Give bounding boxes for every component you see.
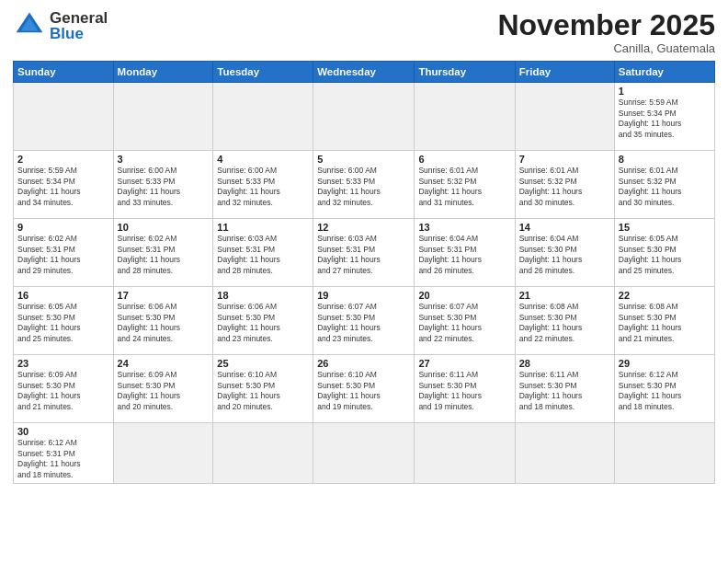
calendar-cell: 4Sunrise: 6:00 AM Sunset: 5:33 PM Daylig… bbox=[213, 151, 313, 219]
calendar-cell: 30Sunrise: 6:12 AM Sunset: 5:31 PM Dayli… bbox=[14, 423, 114, 484]
day-info: Sunrise: 6:03 AM Sunset: 5:31 PM Dayligh… bbox=[317, 234, 410, 276]
calendar-cell: 1Sunrise: 5:59 AM Sunset: 5:34 PM Daylig… bbox=[614, 83, 714, 151]
day-number: 7 bbox=[519, 154, 610, 165]
day-info: Sunrise: 6:05 AM Sunset: 5:30 PM Dayligh… bbox=[619, 234, 711, 276]
calendar-cell: 19Sunrise: 6:07 AM Sunset: 5:30 PM Dayli… bbox=[313, 287, 415, 355]
day-number: 4 bbox=[217, 154, 309, 165]
calendar-cell: 7Sunrise: 6:01 AM Sunset: 5:32 PM Daylig… bbox=[515, 151, 614, 219]
day-number: 16 bbox=[17, 290, 109, 301]
day-number: 28 bbox=[519, 358, 610, 369]
day-number: 25 bbox=[217, 358, 309, 369]
day-info: Sunrise: 6:09 AM Sunset: 5:30 PM Dayligh… bbox=[17, 370, 109, 412]
day-number: 14 bbox=[519, 222, 610, 233]
calendar-cell bbox=[415, 423, 515, 484]
calendar-cell bbox=[515, 423, 614, 484]
calendar-cell: 17Sunrise: 6:06 AM Sunset: 5:30 PM Dayli… bbox=[113, 287, 213, 355]
day-info: Sunrise: 6:08 AM Sunset: 5:30 PM Dayligh… bbox=[519, 302, 610, 344]
day-number: 8 bbox=[619, 154, 711, 165]
day-number: 9 bbox=[17, 222, 109, 233]
day-number: 13 bbox=[418, 222, 510, 233]
calendar-cell bbox=[213, 423, 313, 484]
day-number: 5 bbox=[317, 154, 410, 165]
day-info: Sunrise: 6:04 AM Sunset: 5:30 PM Dayligh… bbox=[519, 234, 610, 276]
calendar-cell bbox=[213, 83, 313, 151]
calendar-cell: 5Sunrise: 6:00 AM Sunset: 5:33 PM Daylig… bbox=[313, 151, 415, 219]
calendar-cell: 18Sunrise: 6:06 AM Sunset: 5:30 PM Dayli… bbox=[213, 287, 313, 355]
calendar-cell bbox=[313, 83, 415, 151]
calendar-cell: 13Sunrise: 6:04 AM Sunset: 5:31 PM Dayli… bbox=[415, 219, 515, 287]
calendar-cell: 20Sunrise: 6:07 AM Sunset: 5:30 PM Dayli… bbox=[415, 287, 515, 355]
calendar-cell: 28Sunrise: 6:11 AM Sunset: 5:30 PM Dayli… bbox=[515, 355, 614, 423]
weekday-header-monday: Monday bbox=[113, 62, 213, 83]
calendar-cell: 2Sunrise: 5:59 AM Sunset: 5:34 PM Daylig… bbox=[14, 151, 114, 219]
day-info: Sunrise: 6:02 AM Sunset: 5:31 PM Dayligh… bbox=[118, 234, 210, 276]
calendar-cell: 23Sunrise: 6:09 AM Sunset: 5:30 PM Dayli… bbox=[14, 355, 114, 423]
calendar-cell: 22Sunrise: 6:08 AM Sunset: 5:30 PM Dayli… bbox=[614, 287, 714, 355]
calendar-cell: 27Sunrise: 6:11 AM Sunset: 5:30 PM Dayli… bbox=[415, 355, 515, 423]
calendar-cell: 8Sunrise: 6:01 AM Sunset: 5:32 PM Daylig… bbox=[614, 151, 714, 219]
weekday-header-saturday: Saturday bbox=[614, 62, 714, 83]
day-number: 1 bbox=[619, 86, 711, 97]
calendar-cell: 12Sunrise: 6:03 AM Sunset: 5:31 PM Dayli… bbox=[313, 219, 415, 287]
calendar-cell: 9Sunrise: 6:02 AM Sunset: 5:31 PM Daylig… bbox=[14, 219, 114, 287]
logo-text: General Blue bbox=[50, 10, 108, 41]
header: General Blue November 2025 Canilla, Guat… bbox=[13, 9, 715, 55]
day-info: Sunrise: 6:11 AM Sunset: 5:30 PM Dayligh… bbox=[519, 370, 610, 412]
day-number: 12 bbox=[317, 222, 410, 233]
month-title: November 2025 bbox=[497, 9, 715, 41]
calendar-cell: 10Sunrise: 6:02 AM Sunset: 5:31 PM Dayli… bbox=[113, 219, 213, 287]
calendar-week-1: 1Sunrise: 5:59 AM Sunset: 5:34 PM Daylig… bbox=[14, 83, 715, 151]
page: General Blue November 2025 Canilla, Guat… bbox=[0, 0, 728, 563]
day-info: Sunrise: 6:02 AM Sunset: 5:31 PM Dayligh… bbox=[17, 234, 109, 276]
calendar-cell bbox=[113, 423, 213, 484]
calendar-table: SundayMondayTuesdayWednesdayThursdayFrid… bbox=[13, 61, 715, 484]
logo-icon bbox=[13, 9, 46, 42]
day-number: 30 bbox=[17, 426, 109, 437]
location: Canilla, Guatemala bbox=[497, 41, 715, 55]
day-info: Sunrise: 6:03 AM Sunset: 5:31 PM Dayligh… bbox=[217, 234, 309, 276]
calendar-week-2: 2Sunrise: 5:59 AM Sunset: 5:34 PM Daylig… bbox=[14, 151, 715, 219]
title-block: November 2025 Canilla, Guatemala bbox=[497, 9, 715, 55]
day-info: Sunrise: 6:08 AM Sunset: 5:30 PM Dayligh… bbox=[619, 302, 711, 344]
day-info: Sunrise: 6:06 AM Sunset: 5:30 PM Dayligh… bbox=[217, 302, 309, 344]
calendar-cell bbox=[415, 83, 515, 151]
calendar-cell: 26Sunrise: 6:10 AM Sunset: 5:30 PM Dayli… bbox=[313, 355, 415, 423]
day-info: Sunrise: 6:01 AM Sunset: 5:32 PM Dayligh… bbox=[619, 166, 711, 208]
day-info: Sunrise: 6:05 AM Sunset: 5:30 PM Dayligh… bbox=[17, 302, 109, 344]
day-number: 3 bbox=[118, 154, 210, 165]
calendar-week-4: 16Sunrise: 6:05 AM Sunset: 5:30 PM Dayli… bbox=[14, 287, 715, 355]
day-number: 20 bbox=[418, 290, 510, 301]
day-info: Sunrise: 6:10 AM Sunset: 5:30 PM Dayligh… bbox=[217, 370, 309, 412]
logo: General Blue bbox=[13, 9, 108, 42]
logo-blue-text: Blue bbox=[50, 26, 108, 41]
weekday-header-sunday: Sunday bbox=[14, 62, 114, 83]
day-number: 24 bbox=[118, 358, 210, 369]
calendar-cell bbox=[515, 83, 614, 151]
day-number: 29 bbox=[619, 358, 711, 369]
day-info: Sunrise: 6:07 AM Sunset: 5:30 PM Dayligh… bbox=[317, 302, 410, 344]
day-info: Sunrise: 6:00 AM Sunset: 5:33 PM Dayligh… bbox=[217, 166, 309, 208]
day-number: 23 bbox=[17, 358, 109, 369]
calendar-week-5: 23Sunrise: 6:09 AM Sunset: 5:30 PM Dayli… bbox=[14, 355, 715, 423]
calendar-cell: 16Sunrise: 6:05 AM Sunset: 5:30 PM Dayli… bbox=[14, 287, 114, 355]
day-info: Sunrise: 6:12 AM Sunset: 5:31 PM Dayligh… bbox=[17, 438, 109, 480]
day-number: 21 bbox=[519, 290, 610, 301]
day-info: Sunrise: 5:59 AM Sunset: 5:34 PM Dayligh… bbox=[17, 166, 109, 208]
day-info: Sunrise: 6:11 AM Sunset: 5:30 PM Dayligh… bbox=[418, 370, 510, 412]
calendar-cell bbox=[614, 423, 714, 484]
day-info: Sunrise: 6:09 AM Sunset: 5:30 PM Dayligh… bbox=[118, 370, 210, 412]
day-info: Sunrise: 6:00 AM Sunset: 5:33 PM Dayligh… bbox=[317, 166, 410, 208]
calendar-cell: 6Sunrise: 6:01 AM Sunset: 5:32 PM Daylig… bbox=[415, 151, 515, 219]
day-number: 17 bbox=[118, 290, 210, 301]
day-info: Sunrise: 6:04 AM Sunset: 5:31 PM Dayligh… bbox=[418, 234, 510, 276]
calendar-cell: 3Sunrise: 6:00 AM Sunset: 5:33 PM Daylig… bbox=[113, 151, 213, 219]
weekday-header-wednesday: Wednesday bbox=[313, 62, 415, 83]
day-number: 18 bbox=[217, 290, 309, 301]
calendar-cell: 25Sunrise: 6:10 AM Sunset: 5:30 PM Dayli… bbox=[213, 355, 313, 423]
weekday-header-row: SundayMondayTuesdayWednesdayThursdayFrid… bbox=[14, 62, 715, 83]
calendar-cell: 24Sunrise: 6:09 AM Sunset: 5:30 PM Dayli… bbox=[113, 355, 213, 423]
calendar-cell: 11Sunrise: 6:03 AM Sunset: 5:31 PM Dayli… bbox=[213, 219, 313, 287]
calendar-cell bbox=[313, 423, 415, 484]
day-info: Sunrise: 5:59 AM Sunset: 5:34 PM Dayligh… bbox=[619, 98, 711, 140]
day-number: 26 bbox=[317, 358, 410, 369]
